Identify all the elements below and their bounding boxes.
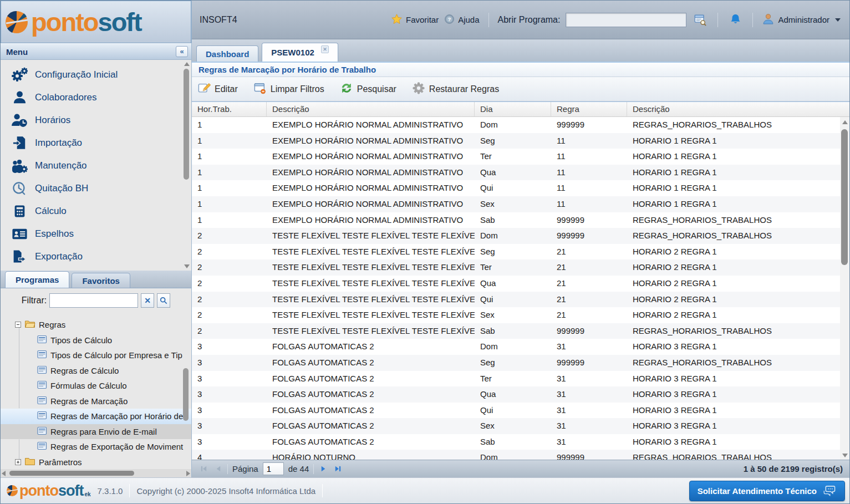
cell-descricao: EXEMPLO HORÁRIO NORMAL ADMINISTRATIVO: [267, 180, 475, 196]
table-row[interactable]: 1 EXEMPLO HORÁRIO NORMAL ADMINISTRATIVO …: [192, 133, 840, 149]
table-row[interactable]: 2 TESTE FLEXÍVEL TESTE FLEXÍVEL TESTE FL…: [192, 323, 840, 339]
table-row[interactable]: 1 EXEMPLO HORÁRIO NORMAL ADMINISTRATIVO …: [192, 196, 840, 212]
column-header-regra[interactable]: Regra: [551, 102, 627, 116]
last-page-icon[interactable]: [333, 464, 343, 474]
tab-dashboard[interactable]: Dashboard: [196, 45, 258, 62]
table-row[interactable]: 3 FOLGAS AUTOMATICAS 2 Dom 31 HORARIO 3 …: [192, 339, 840, 355]
tab-psew0102[interactable]: PSEW0102 ✕: [262, 43, 338, 62]
scroll-left-arrow[interactable]: [2, 471, 6, 476]
scroll-down-arrow[interactable]: [184, 264, 190, 268]
scrollbar-thumb[interactable]: [183, 368, 189, 421]
table-row[interactable]: 1 EXEMPLO HORÁRIO NORMAL ADMINISTRATIVO …: [192, 165, 840, 181]
table-row[interactable]: 1 EXEMPLO HORÁRIO NORMAL ADMINISTRATIVO …: [192, 117, 840, 133]
scrollbar-thumb[interactable]: [184, 69, 189, 180]
tree-item[interactable]: Regras de Cálculo: [1, 363, 191, 379]
table-row[interactable]: 3 FOLGAS AUTOMATICAS 2 Ter 31 HORARIO 3 …: [192, 371, 840, 387]
cell-descricao-regra: HORARIO 3 REGRA 1: [627, 403, 840, 419]
folder-icon: [24, 457, 35, 467]
column-header-dia[interactable]: Dia: [475, 102, 551, 116]
user-icon: [762, 13, 775, 27]
tree-scrollbar[interactable]: [182, 368, 190, 466]
restore-rules-button[interactable]: Restaurar Regras: [412, 82, 499, 97]
scroll-right-arrow[interactable]: [186, 471, 190, 476]
collapse-node-icon[interactable]: [15, 322, 21, 328]
previous-page-icon[interactable]: [213, 464, 223, 474]
scroll-up-arrow[interactable]: [184, 62, 190, 66]
table-row[interactable]: 2 TESTE FLEXÍVEL TESTE FLEXÍVEL TESTE FL…: [192, 244, 840, 260]
tree-item[interactable]: Tipos de Cálculo por Empresa e Tip: [1, 348, 191, 363]
scroll-up-arrow[interactable]: [842, 120, 848, 124]
tree-item[interactable]: Regras de Exportação de Moviment: [1, 439, 191, 455]
column-header-descricao[interactable]: Descrição: [267, 102, 475, 116]
open-program-label: Abrir Programa:: [498, 15, 561, 25]
table-row[interactable]: 1 EXEMPLO HORÁRIO NORMAL ADMINISTRATIVO …: [192, 180, 840, 196]
sidebar-item-colaboradores[interactable]: Colaboradores: [1, 86, 191, 109]
grid-scrollbar[interactable]: [840, 117, 849, 460]
sidebar-item-espelhos[interactable]: Espelhos: [1, 222, 191, 245]
sidebar-item-horarios[interactable]: Horários: [1, 109, 191, 131]
tree-item[interactable]: Regras de Marcação: [1, 394, 191, 409]
filter-input[interactable]: [49, 293, 138, 308]
table-row[interactable]: 3 FOLGAS AUTOMATICAS 2 Seg 999999 REGRAS…: [192, 355, 840, 371]
table-row[interactable]: 3 FOLGAS AUTOMATICAS 2 Sex 31 HORARIO 3 …: [192, 418, 840, 434]
column-header-hortrab[interactable]: Hor.Trab.: [192, 102, 267, 116]
clear-filter-icon[interactable]: ✕: [141, 293, 154, 308]
tree-item[interactable]: Regras para Envio de E-mail: [1, 424, 191, 440]
tree-horizontal-scrollbar[interactable]: [1, 469, 191, 477]
tree-node-regras[interactable]: Regras: [1, 317, 191, 333]
tab-programas[interactable]: Programas: [5, 271, 69, 288]
table-row[interactable]: 3 FOLGAS AUTOMATICAS 2 Sab 31 HORARIO 3 …: [192, 434, 840, 450]
cell-dia: Qui: [475, 180, 551, 196]
table-row[interactable]: 1 EXEMPLO HORÁRIO NORMAL ADMINISTRATIVO …: [192, 149, 840, 165]
table-row[interactable]: 2 TESTE FLEXÍVEL TESTE FLEXÍVEL TESTE FL…: [192, 228, 840, 244]
program-doc-icon: [37, 380, 47, 391]
scrollbar-thumb[interactable]: [841, 129, 848, 265]
next-page-icon[interactable]: [318, 464, 328, 474]
sidebar-item-configuracao-inicial[interactable]: Configuração Inicial: [1, 63, 191, 86]
table-row[interactable]: 1 EXEMPLO HORÁRIO NORMAL ADMINISTRATIVO …: [192, 212, 840, 228]
cell-descricao: FOLGAS AUTOMATICAS 2: [267, 386, 475, 403]
first-page-icon[interactable]: [198, 464, 208, 474]
table-row[interactable]: 4 HORÁRIO NOTURNO Dom 999999 REGRAS_HORA…: [192, 450, 840, 460]
clear-filters-button[interactable]: Limpar Filtros: [253, 82, 324, 96]
program-doc-icon: [37, 441, 47, 452]
request-support-button[interactable]: Solicitar Atendimento Técnico: [689, 481, 845, 501]
column-header-descricao-regra[interactable]: Descrição: [627, 102, 849, 116]
scrollbar-thumb[interactable]: [9, 471, 134, 476]
tree-item-selected[interactable]: Regras de Marcação por Horário de: [1, 409, 191, 424]
sidebar-item-calculo[interactable]: Cálculo: [1, 200, 191, 222]
table-row[interactable]: 2 TESTE FLEXÍVEL TESTE FLEXÍVEL TESTE FL…: [192, 307, 840, 323]
tree-item[interactable]: Tipos de Cálculo: [1, 333, 191, 348]
calculator-icon: [11, 204, 28, 218]
search-icon[interactable]: [157, 293, 170, 308]
sidebar-item-manutencao[interactable]: Manutenção: [1, 154, 191, 177]
sidebar-item-quitacao-bh[interactable]: Quitação BH: [1, 177, 191, 200]
menu-scrollbar[interactable]: [182, 62, 191, 268]
cell-regra: 999999: [551, 212, 627, 228]
close-tab-icon[interactable]: ✕: [321, 45, 329, 53]
collapse-sidebar-button[interactable]: «: [176, 46, 188, 57]
tab-favoritos[interactable]: Favoritos: [72, 273, 130, 288]
sidebar-item-importacao[interactable]: Importação: [1, 131, 191, 154]
search-button[interactable]: Pesquisar: [340, 82, 396, 96]
tree-item[interactable]: Fórmulas de Cálculo: [1, 378, 191, 394]
scroll-down-arrow[interactable]: [842, 454, 848, 457]
cell-descricao-regra: HORARIO 3 REGRA 1: [627, 418, 840, 434]
tree-node-parametros[interactable]: Parâmetros: [1, 455, 191, 470]
expand-node-icon[interactable]: [15, 459, 21, 465]
table-row[interactable]: 2 TESTE FLEXÍVEL TESTE FLEXÍVEL TESTE FL…: [192, 292, 840, 308]
program-lookup-icon[interactable]: [692, 13, 709, 27]
table-row[interactable]: 2 TESTE FLEXÍVEL TESTE FLEXÍVEL TESTE FL…: [192, 276, 840, 292]
table-row[interactable]: 3 FOLGAS AUTOMATICAS 2 Qua 31 HORARIO 3 …: [192, 386, 840, 403]
open-program-input[interactable]: [566, 13, 686, 27]
favorite-button[interactable]: Favoritar: [391, 13, 439, 27]
edit-button[interactable]: Editar: [197, 82, 238, 96]
page-number-input[interactable]: [263, 462, 284, 475]
table-row[interactable]: 3 FOLGAS AUTOMATICAS 2 Qui 31 HORARIO 3 …: [192, 403, 840, 419]
sidebar-item-exportacao[interactable]: Exportação: [1, 245, 191, 268]
table-row[interactable]: 2 TESTE FLEXÍVEL TESTE FLEXÍVEL TESTE FL…: [192, 259, 840, 276]
help-button[interactable]: ? Ajuda: [444, 14, 479, 26]
user-menu[interactable]: Administrador: [762, 13, 841, 27]
notifications-bell-icon[interactable]: [727, 13, 744, 27]
cell-hortrab: 3: [192, 386, 267, 403]
